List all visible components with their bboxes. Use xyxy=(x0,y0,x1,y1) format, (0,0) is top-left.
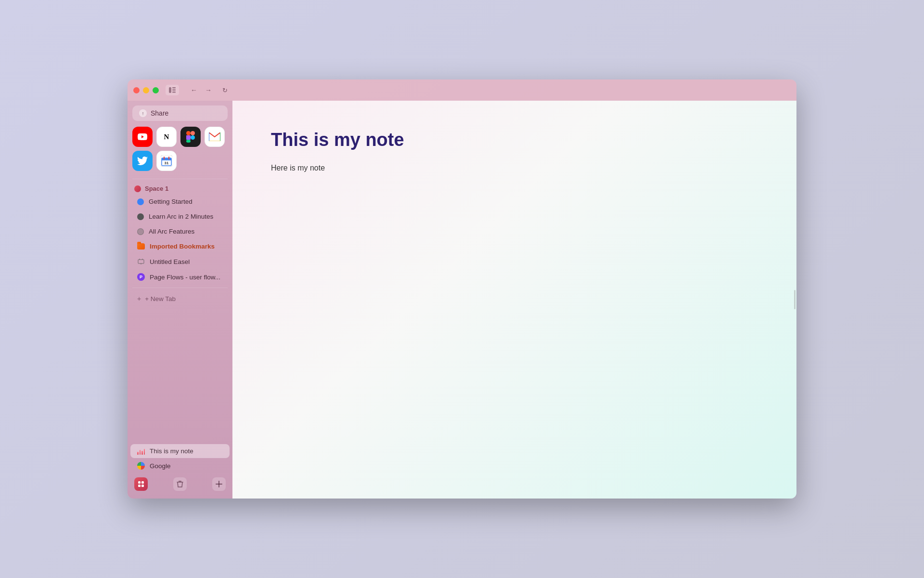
pinned-notion[interactable]: N xyxy=(156,127,177,147)
folder-icon xyxy=(137,243,145,250)
imported-bookmarks-label: Imported Bookmarks xyxy=(150,243,215,250)
learn-arc-dot-icon xyxy=(137,213,144,220)
svg-rect-23 xyxy=(141,481,144,484)
svg-point-10 xyxy=(191,135,195,140)
forward-button[interactable]: → xyxy=(202,85,215,95)
share-icon: ↑ xyxy=(139,109,147,117)
pinned-gmail[interactable] xyxy=(205,127,225,147)
sidebar-divider-top xyxy=(132,179,228,179)
share-label: Share xyxy=(151,109,168,117)
sidebar-item-learn-arc[interactable]: Learn Arc in 2 Minutes xyxy=(130,210,230,223)
sidebar-divider-middle xyxy=(132,288,228,288)
close-button[interactable] xyxy=(133,87,140,93)
sidebar-footer xyxy=(128,473,232,495)
new-tab-button[interactable]: + + New Tab xyxy=(130,291,230,306)
svg-rect-11 xyxy=(186,140,191,143)
all-arc-dot-icon xyxy=(137,228,144,235)
svg-rect-1 xyxy=(172,87,176,89)
sidebar-item-this-is-my-note[interactable]: This is my note xyxy=(130,444,230,458)
maximize-button[interactable] xyxy=(153,87,159,93)
titlebar: ← → ↻ xyxy=(128,79,796,101)
note-container: This is my note Here is my note xyxy=(232,101,666,203)
sidebar-item-imported-bookmarks[interactable]: Imported Bookmarks xyxy=(130,239,230,253)
svg-rect-9 xyxy=(186,135,191,140)
sidebar-bottom: This is my note Google xyxy=(128,444,232,499)
note-bar-icon xyxy=(137,448,145,455)
pinned-icons-row2: 31 xyxy=(128,151,232,176)
google-label: Google xyxy=(150,462,171,470)
sidebar-item-page-flows[interactable]: P Page Flows - user flow... xyxy=(130,270,230,284)
traffic-lights xyxy=(133,87,159,93)
space-switcher-button[interactable] xyxy=(134,477,148,491)
easel-icon xyxy=(137,258,145,265)
space-dot-icon xyxy=(134,185,141,192)
this-is-my-note-label: This is my note xyxy=(150,447,193,455)
pinned-youtube[interactable] xyxy=(132,127,153,147)
untitled-easel-label: Untitled Easel xyxy=(150,258,190,265)
delete-button[interactable] xyxy=(173,477,187,491)
svg-rect-25 xyxy=(141,485,144,487)
pinned-twitter[interactable] xyxy=(132,151,153,171)
getting-started-dot-icon xyxy=(137,198,144,205)
sidebar-item-getting-started[interactable]: Getting Started xyxy=(130,195,230,209)
learn-arc-label: Learn Arc in 2 Minutes xyxy=(149,213,213,220)
svg-rect-22 xyxy=(138,481,141,484)
svg-rect-7 xyxy=(186,131,191,135)
svg-text:N: N xyxy=(164,133,169,141)
sidebar-item-google[interactable]: Google xyxy=(130,459,230,473)
sidebar-toggle-button[interactable] xyxy=(166,85,179,95)
pinned-figma[interactable] xyxy=(180,127,201,147)
refresh-button[interactable]: ↻ xyxy=(218,85,231,95)
note-title: This is my note xyxy=(271,130,627,150)
page-flows-label: Page Flows - user flow... xyxy=(150,274,220,281)
new-tab-label: + New Tab xyxy=(145,295,176,302)
nav-buttons: ← → xyxy=(188,85,215,95)
back-button[interactable]: ← xyxy=(188,85,200,95)
svg-rect-3 xyxy=(172,92,176,93)
svg-rect-24 xyxy=(138,485,141,487)
google-icon xyxy=(137,462,145,470)
content-area: This is my note Here is my note xyxy=(232,101,796,499)
sidebar: ↑ Share N xyxy=(128,101,232,499)
svg-rect-18 xyxy=(138,260,144,263)
svg-rect-8 xyxy=(191,131,195,135)
note-body: Here is my note xyxy=(271,162,627,174)
svg-rect-0 xyxy=(169,87,171,93)
space-name: Space 1 xyxy=(145,185,168,192)
scroll-indicator xyxy=(794,290,796,309)
add-button[interactable] xyxy=(212,477,226,491)
p-icon: P xyxy=(137,273,145,281)
svg-rect-14 xyxy=(162,158,171,160)
sidebar-item-untitled-easel[interactable]: Untitled Easel xyxy=(130,254,230,269)
all-arc-label: All Arc Features xyxy=(149,228,194,235)
minimize-button[interactable] xyxy=(143,87,149,93)
new-tab-plus-icon: + xyxy=(137,295,141,302)
svg-rect-2 xyxy=(172,90,176,91)
svg-text:31: 31 xyxy=(165,161,169,165)
getting-started-label: Getting Started xyxy=(149,198,192,205)
sidebar-item-all-arc[interactable]: All Arc Features xyxy=(130,224,230,238)
pinned-icons-row1: N xyxy=(128,125,232,151)
space-label: Space 1 xyxy=(128,182,232,194)
share-button[interactable]: ↑ Share xyxy=(132,105,228,121)
pinned-google-cal[interactable]: 31 xyxy=(156,151,177,171)
